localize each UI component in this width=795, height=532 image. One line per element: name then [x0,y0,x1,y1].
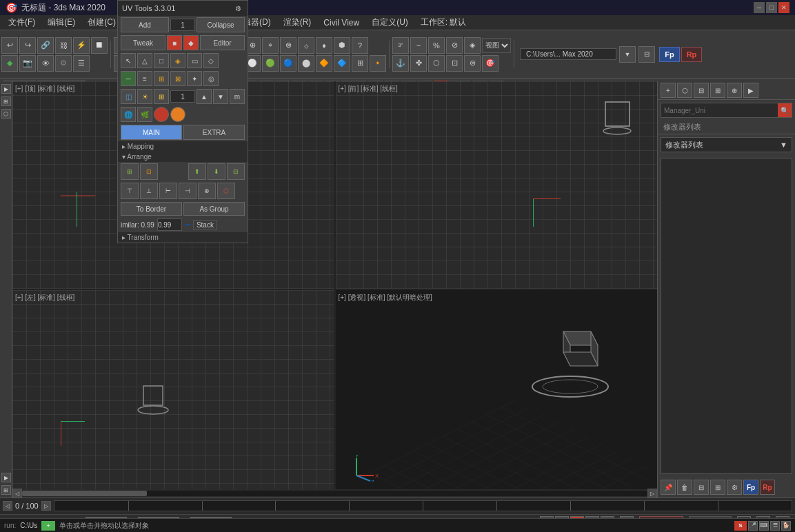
modifier-dropdown[interactable]: 修改器列表 ▼ [661,137,792,152]
icon-light[interactable]: ☀ [137,89,152,104]
icon-rect[interactable]: ▭ [187,53,202,68]
fp-button[interactable]: Fp [659,47,680,62]
vp-sel4[interactable]: ⊘ [446,37,463,54]
tool6[interactable]: 🔲 [91,37,108,54]
icon-diamond[interactable]: ◇ [203,53,219,68]
viewport-dropdown[interactable]: 视图 [482,38,511,53]
tweak-button[interactable]: Tweak [121,35,165,50]
menu-icon-button[interactable]: ☰ [770,521,780,531]
maximize-button[interactable]: □ [766,2,777,13]
icon-red-sphere[interactable] [154,107,169,122]
panel-hierarchy-btn[interactable]: ⊕ [727,83,742,98]
viewport-btn7[interactable]: ⬢ [334,37,350,54]
h-scrollbar[interactable]: ◁ ▷ [12,489,657,498]
viewport-btn5[interactable]: ☼ [298,37,314,54]
tool11[interactable]: ☰ [73,55,90,72]
rp-button[interactable]: Rp [681,47,702,62]
render-btn4[interactable]: 🔵 [280,55,296,72]
add-value-input[interactable] [170,19,195,31]
arrange-btn-6[interactable]: ⊤ [121,183,139,199]
search-button[interactable]: 🔍 [778,103,792,117]
icon-star[interactable]: ✦ [187,71,202,86]
snap2[interactable]: ✤ [410,55,427,72]
tool10[interactable]: ⚙ [55,55,72,72]
icon-map[interactable]: ◫ [121,89,136,104]
sidebar-grid[interactable]: ⊞ [1,485,11,495]
tool7[interactable]: ◆ [1,55,18,72]
browse-button[interactable]: ▼ [619,46,636,63]
vp-sel1[interactable]: 3° [392,37,409,54]
panel-mod-btn[interactable]: ⊞ [710,83,725,98]
menu-civil-view[interactable]: Civil View [318,17,365,29]
sidebar-btn1[interactable]: ▶ [1,84,11,94]
tool9[interactable]: 👁 [37,55,54,72]
vp-sel2[interactable]: ~ [410,37,427,54]
tweak-icon1[interactable]: ■ [167,35,182,50]
undo-button[interactable]: ↩ [1,37,18,54]
similarity-input[interactable] [157,218,182,231]
dog-button[interactable]: 🐕 [781,521,791,531]
sidebar-btn3[interactable]: ⬡ [1,109,11,119]
scene-btn[interactable]: ⊟ [638,46,655,63]
render-btn9[interactable]: 🔸 [370,55,386,72]
as-group-button[interactable]: As Group [183,202,245,216]
panel-create-btn[interactable]: + [661,83,676,98]
unlink-button[interactable]: ⛓ [55,37,72,54]
panel-display-btn[interactable]: ⬡ [677,83,692,98]
select-highlight[interactable] [185,224,190,225]
link-button[interactable]: 🔗 [37,37,54,54]
arrange-btn-3[interactable]: ⬆ [188,163,206,180]
tool8[interactable]: 📷 [19,55,36,72]
menu-workspace[interactable]: 工作区: 默认 [415,15,472,30]
mic-button[interactable]: 🎤 [748,521,758,531]
extra-tab[interactable]: EXTRA [183,125,245,140]
copy-modifier-button[interactable]: ⊟ [694,480,709,495]
panel-util-btn[interactable]: ⊟ [694,83,709,98]
main-tab[interactable]: MAIN [121,125,182,140]
icon-down[interactable]: ▼ [213,89,228,104]
scroll-track[interactable] [22,491,647,496]
panel-motion-btn[interactable]: ▶ [743,83,758,98]
viewport-btn8[interactable]: ? [352,37,368,54]
collapse-button[interactable]: Collapse [197,17,245,32]
frame-prev-arrow[interactable]: ◁ [3,501,12,511]
icon-3lines[interactable]: ≡ [137,71,152,86]
render-btn5[interactable]: ⬤ [298,55,314,72]
snap6[interactable]: 🎯 [482,55,499,72]
menu-create[interactable]: 创建(C) [82,15,121,30]
arrange-section[interactable]: ▾ Arrange [118,152,248,162]
icon-cursor[interactable]: ↖ [121,53,136,68]
uv-panel-gear[interactable]: ⚙ [232,3,243,14]
viewport-btn3[interactable]: ⌖ [262,37,279,54]
search-input[interactable] [661,105,778,116]
icon-circle[interactable]: ◎ [203,71,219,86]
menu-customize[interactable]: 自定义(U) [366,15,414,30]
vp-sel5[interactable]: ◈ [464,37,481,54]
icon-m[interactable]: m [230,89,245,104]
render-btn3[interactable]: 🟢 [262,55,279,72]
transform-section[interactable]: ▸ Transform [118,232,248,243]
to-border-button[interactable]: To Border [121,202,182,216]
mapping-section[interactable]: ▸ Mapping [118,141,248,152]
timeline-track[interactable] [54,500,792,511]
add-time-btn[interactable]: + [41,521,55,531]
viewport-btn6[interactable]: ♦ [316,37,332,54]
red-s-button[interactable]: S [734,521,747,531]
menu-render[interactable]: 渲染(R) [278,15,317,30]
icon-merge[interactable]: ⊞ [154,71,169,86]
arrange-btn-1[interactable]: ⊞ [121,163,139,180]
arrange-btn-8[interactable]: ⊢ [159,183,177,199]
stack-label[interactable]: Stack [193,220,217,230]
sidebar-btn2[interactable]: ⊞ [1,96,11,106]
rp-button-panel[interactable]: Rp [760,480,775,495]
icon-tri[interactable]: △ [137,53,152,68]
viewport-btn4[interactable]: ⊗ [280,37,296,54]
fp-button-panel[interactable]: Fp [743,480,758,495]
render-btn8[interactable]: ⊞ [352,55,368,72]
icon-up[interactable]: ▲ [197,89,212,104]
snap5[interactable]: ⊜ [464,55,481,72]
sidebar-play[interactable]: ▶ [1,473,11,482]
viewport-left[interactable]: [+] [左] [标准] [线框] [12,290,334,498]
configure-modifier-button[interactable]: ⚙ [727,480,742,495]
tweak-icon2[interactable]: ◆ [183,35,199,50]
